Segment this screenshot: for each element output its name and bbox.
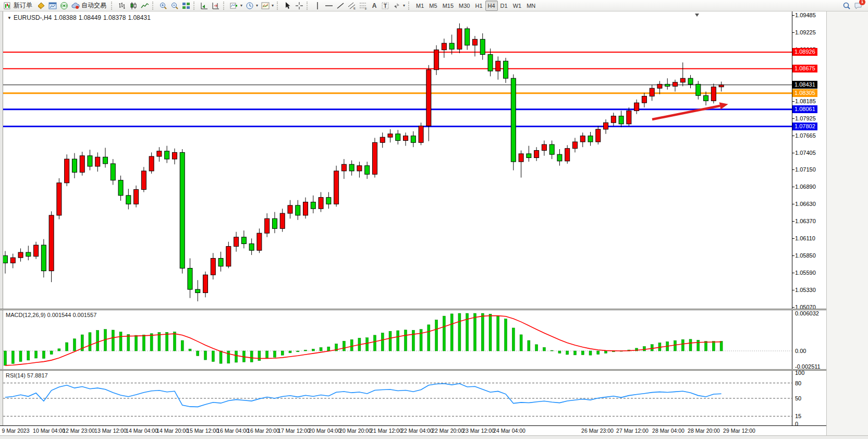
new-order-button[interactable]: 新订单: [2, 1, 35, 11]
macd-histogram-bar: [350, 339, 353, 351]
candle: [341, 159, 346, 179]
candle: [419, 123, 423, 145]
macd-histogram-bar: [651, 345, 653, 351]
period-caret[interactable]: ▾: [256, 3, 258, 8]
candle: [519, 151, 523, 178]
channel-tool-button[interactable]: E: [346, 1, 358, 11]
candle: [311, 196, 315, 213]
macd-histogram-bar: [674, 340, 676, 351]
macd-histogram-bar: [127, 334, 130, 351]
price-chart-panel[interactable]: ▼ EURUSD-,H4 1.08388 1.08449 1.08378 1.0…: [3, 11, 792, 309]
period-button[interactable]: ▾: [244, 1, 260, 11]
price-chart-canvas[interactable]: [3, 11, 792, 309]
chart-shift-button[interactable]: [210, 1, 222, 11]
autotrade-button[interactable]: 自动交易: [70, 1, 109, 11]
time-axis[interactable]: 9 Mar 202310 Mar 04:0012 Mar 23:0013 Mar…: [0, 425, 826, 435]
label-tool-button[interactable]: T: [380, 1, 391, 11]
template-caret[interactable]: ▾: [272, 3, 274, 8]
price-tick-label: 1.07665: [795, 132, 816, 139]
macd-axis-label: 0.00: [795, 347, 806, 355]
price-tick: [792, 290, 794, 290]
candle: [449, 34, 454, 54]
macd-histogram-bar: [443, 316, 445, 351]
zoom-out-icon: [170, 2, 179, 10]
timeframe-h4-button[interactable]: H4: [485, 1, 498, 11]
shapes-tool-button[interactable]: ▾: [391, 1, 407, 11]
timeframe-m15-button[interactable]: M15: [440, 1, 456, 11]
macd-histogram-bar: [73, 339, 76, 351]
timeframe-d1-button[interactable]: D1: [498, 1, 510, 11]
auto-scroll-button[interactable]: [199, 1, 210, 11]
macd-panel[interactable]: MACD(12,26,9) 0.001544 0.001557: [3, 310, 792, 369]
macd-histogram-bar: [512, 328, 515, 351]
cursor-tool-button[interactable]: [282, 1, 294, 11]
add-indicator-caret[interactable]: ▾: [240, 3, 242, 8]
macd-histogram-bar: [505, 319, 507, 351]
macd-histogram-bar: [119, 332, 122, 351]
time-axis-label: 23 Mar 12:00: [462, 428, 495, 434]
signals-button[interactable]: [58, 1, 70, 11]
candle: [480, 33, 485, 60]
candle: [257, 228, 262, 253]
candle: [457, 23, 462, 53]
chart-title: ▼ EURUSD-,H4 1.08388 1.08449 1.08378 1.0…: [7, 14, 151, 21]
crosshair-tool-button[interactable]: [294, 1, 305, 11]
macd-histogram-bar: [258, 351, 261, 361]
price-tick: [792, 15, 794, 16]
macd-histogram-bar: [581, 351, 584, 355]
add-indicator-button[interactable]: ▾: [228, 1, 244, 11]
candle: [596, 126, 601, 145]
fibonacci-tool-button[interactable]: F: [358, 1, 369, 11]
market-watch-button[interactable]: [35, 1, 47, 11]
chart-high-value: 1.08449: [79, 14, 101, 21]
right-gutter: [826, 11, 868, 439]
candle: [534, 147, 539, 161]
time-axis-label: 26 Mar 23:00: [581, 428, 614, 434]
zoom-out-button[interactable]: [169, 1, 180, 11]
toolbar-grip: [277, 2, 280, 10]
candlestick-mode-button[interactable]: [128, 1, 139, 11]
tile-windows-button[interactable]: [180, 1, 192, 11]
macd-histogram-bar: [19, 351, 22, 362]
svg-text:E: E: [353, 7, 356, 10]
shapes-caret[interactable]: ▾: [403, 3, 405, 8]
macd-histogram-bar: [528, 340, 530, 351]
macd-histogram-bar: [304, 350, 307, 351]
trendline-tool-button[interactable]: [335, 1, 346, 11]
bar-chart-mode-button[interactable]: [116, 1, 128, 11]
chart-low-value: 1.08378: [103, 14, 126, 21]
timeframe-m30-button[interactable]: M30: [456, 1, 472, 11]
time-axis-label: 10 Mar 04:00: [33, 428, 65, 434]
timeframe-w1-button[interactable]: W1: [510, 1, 524, 11]
timeframe-h1-button[interactable]: H1: [472, 1, 485, 11]
macd-histogram-bar: [427, 325, 430, 351]
chart-window-icon: [48, 2, 57, 10]
macd-histogram-bar: [405, 330, 407, 351]
price-level-badge: 1.08305: [792, 89, 817, 97]
rsi-panel[interactable]: RSI(14) 57.8817: [3, 371, 792, 425]
timeframe-m5-button[interactable]: M5: [426, 1, 439, 11]
price-tick-label: 1.07925: [795, 115, 816, 122]
price-tick: [792, 101, 794, 102]
candle: [134, 186, 139, 208]
zoom-in-icon: [159, 2, 167, 10]
search-button[interactable]: [841, 1, 852, 11]
notifications-button[interactable]: 1: [852, 1, 864, 11]
vertical-line-tool-button[interactable]: [312, 1, 323, 11]
toolbar-grip: [223, 2, 227, 10]
line-chart-icon: [141, 2, 149, 10]
chart-window-button[interactable]: [47, 1, 58, 11]
price-axis[interactable]: 1.094851.092251.089651.087051.084451.081…: [792, 11, 826, 309]
timeframe-mn-button[interactable]: MN: [524, 1, 538, 11]
template-button[interactable]: ▾: [260, 1, 275, 11]
trend-arrow-annotation[interactable]: [652, 106, 720, 119]
horizontal-line-tool-button[interactable]: [323, 1, 335, 11]
chart-title-collapse-icon[interactable]: ▼: [7, 16, 11, 20]
line-chart-mode-button[interactable]: [139, 1, 151, 11]
macd-histogram-bar: [150, 334, 153, 351]
rsi-axis-label: 50: [795, 395, 801, 402]
zoom-in-button[interactable]: [157, 1, 169, 11]
timeframe-m1-button[interactable]: M1: [413, 1, 426, 11]
text-tool-button[interactable]: A: [369, 1, 380, 11]
rsi-axis: 1008050150: [792, 371, 826, 425]
